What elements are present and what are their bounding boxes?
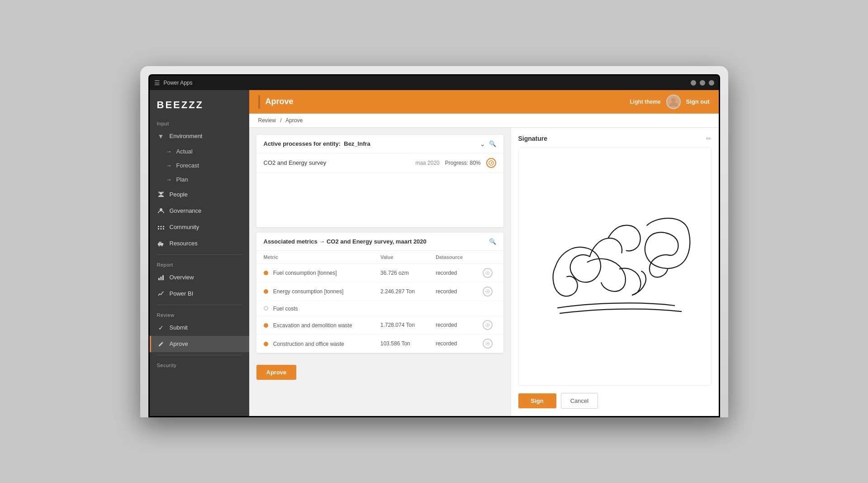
process-row: CO2 and Energy survey maa 2020 Progress:…: [256, 153, 503, 173]
svg-rect-4: [158, 228, 159, 230]
metric-name-cell: Energy consumption [tonnes]: [256, 282, 373, 301]
metrics-search-icon[interactable]: 🔍: [489, 238, 496, 245]
left-panel: Active processes for entity: Bez_Infra ⌄…: [249, 128, 511, 416]
breadcrumb-part2[interactable]: Aprove: [285, 117, 303, 124]
sidebar-item-label: Power BI: [170, 290, 194, 297]
sidebar-item-environment[interactable]: ▼ Environment: [150, 128, 249, 144]
svg-rect-1: [158, 226, 159, 227]
signature-canvas[interactable]: [518, 148, 711, 386]
row-navigate-icon[interactable]: [483, 339, 493, 349]
svg-rect-5: [160, 228, 161, 230]
section-label-input: Input: [150, 116, 249, 128]
entity-name: Bez_Infra: [344, 140, 370, 147]
sidebar-item-overview[interactable]: Overview: [150, 269, 249, 286]
sidebar-item-label: Overview: [170, 274, 194, 281]
section-label-review: Review: [150, 308, 249, 320]
sidebar-item-people[interactable]: People: [150, 187, 249, 203]
table-row: Construction and office waste 103.586 To…: [256, 335, 503, 353]
sidebar-item-label: Plan: [176, 176, 188, 183]
sidebar-item-submit[interactable]: ✓ Submit: [150, 320, 249, 336]
metric-ds-cell: recorded: [428, 316, 475, 335]
metrics-card-header: Associated metrics → CO2 and Energy surv…: [256, 233, 503, 251]
metric-ds-cell: recorded: [428, 282, 475, 301]
approve-button[interactable]: Aprove: [256, 365, 297, 380]
close-button[interactable]: [709, 80, 714, 86]
processes-card-title: Active processes for entity: Bez_Infra: [264, 140, 476, 147]
col-value: Value: [373, 251, 428, 264]
metric-ds-cell: [428, 301, 475, 316]
search-icon[interactable]: 🔍: [489, 140, 496, 147]
metric-name-cell: Fuel consumption [tonnes]: [256, 263, 373, 282]
metrics-card: Associated metrics → CO2 and Energy surv…: [256, 233, 503, 354]
sidebar-item-resources[interactable]: Resources: [150, 235, 249, 252]
metric-value-cell: 1.728.074 Ton: [373, 316, 428, 335]
sidebar-item-label: Community: [170, 224, 199, 230]
svg-rect-8: [159, 242, 161, 244]
breadcrumb-part1[interactable]: Review: [258, 117, 276, 124]
col-datasource: Datasource: [428, 251, 475, 264]
row-navigate-icon[interactable]: [483, 268, 493, 278]
people-icon: [157, 191, 165, 199]
svg-rect-12: [160, 277, 161, 280]
sidebar-item-forecast[interactable]: → Forecast: [150, 158, 249, 172]
window-controls: [691, 80, 714, 86]
section-label-security: Security: [150, 358, 249, 370]
community-icon: [157, 223, 165, 231]
sidebar-item-plan[interactable]: → Plan: [150, 172, 249, 187]
sidebar-item-label: Forecast: [176, 162, 199, 169]
sign-button[interactable]: Sign: [518, 393, 556, 408]
sidebar-item-label: Resources: [170, 240, 198, 247]
metric-action-cell: [475, 263, 503, 282]
sidebar-item-community[interactable]: Community: [150, 219, 249, 235]
svg-point-15: [671, 98, 676, 102]
sign-out-button[interactable]: Sign out: [686, 98, 710, 105]
chevron-down-icon[interactable]: ⌄: [480, 140, 485, 148]
metric-dot-orange: [264, 323, 268, 328]
metric-name-cell: Excavation and demolition waste: [256, 316, 373, 335]
col-metric: Metric: [256, 251, 373, 264]
row-navigate-icon[interactable]: [483, 287, 493, 296]
signature-panel: Signature ✏: [511, 128, 719, 416]
header-indicator: [258, 95, 260, 109]
sidebar-item-label: Actual: [176, 148, 193, 155]
bottom-action-area: Aprove: [256, 359, 503, 382]
process-date: maa 2020: [415, 160, 439, 166]
metric-dot-orange: [264, 271, 268, 275]
sidebar-item-label: Governance: [170, 207, 202, 214]
row-navigate-icon[interactable]: [483, 320, 493, 330]
metrics-table: Metric Value Datasource: [256, 251, 503, 354]
sidebar-item-label: People: [170, 191, 188, 198]
divider: [157, 254, 242, 255]
card-empty-area: [256, 173, 503, 227]
restore-button[interactable]: [700, 80, 705, 86]
svg-point-9: [158, 245, 160, 246]
sidebar-item-actual[interactable]: → Actual: [150, 144, 249, 158]
metric-dot-empty: [264, 306, 268, 311]
metric-value-cell: 2.246.287 Ton: [373, 282, 428, 301]
edit-icon[interactable]: ✏: [706, 135, 711, 142]
sidebar-item-governance[interactable]: Governance: [150, 203, 249, 219]
process-name: CO2 and Energy survey: [264, 159, 410, 166]
metric-action-cell: [475, 282, 503, 301]
table-header-row: Metric Value Datasource: [256, 251, 503, 264]
metrics-card-title: Associated metrics → CO2 and Energy surv…: [264, 238, 485, 245]
minimize-button[interactable]: [691, 80, 696, 86]
col-action: [475, 251, 503, 264]
sidebar-item-powerbi[interactable]: Power BI: [150, 286, 249, 302]
metric-dot-orange: [264, 289, 268, 294]
hamburger-icon[interactable]: ☰: [154, 79, 160, 86]
processes-card: Active processes for entity: Bez_Infra ⌄…: [256, 135, 503, 227]
metric-name-cell: Fuel costs: [256, 301, 373, 316]
theme-toggle[interactable]: Light theme: [630, 99, 661, 105]
metric-dot-orange: [264, 342, 268, 346]
sidebar-item-aprove[interactable]: Aprove: [150, 336, 249, 352]
trend-icon: [157, 290, 165, 298]
table-row: Fuel costs: [256, 301, 503, 316]
svg-rect-13: [162, 275, 164, 280]
governance-icon: [157, 207, 165, 215]
app-window: ☰ Power Apps BEEZZZ Input ▼ Environment: [150, 76, 719, 416]
process-navigate-icon[interactable]: [486, 158, 496, 168]
cancel-button[interactable]: Cancel: [561, 393, 598, 409]
signature-svg: [519, 148, 711, 385]
laptop-frame: ☰ Power Apps BEEZZZ Input ▼ Environment: [140, 66, 728, 417]
